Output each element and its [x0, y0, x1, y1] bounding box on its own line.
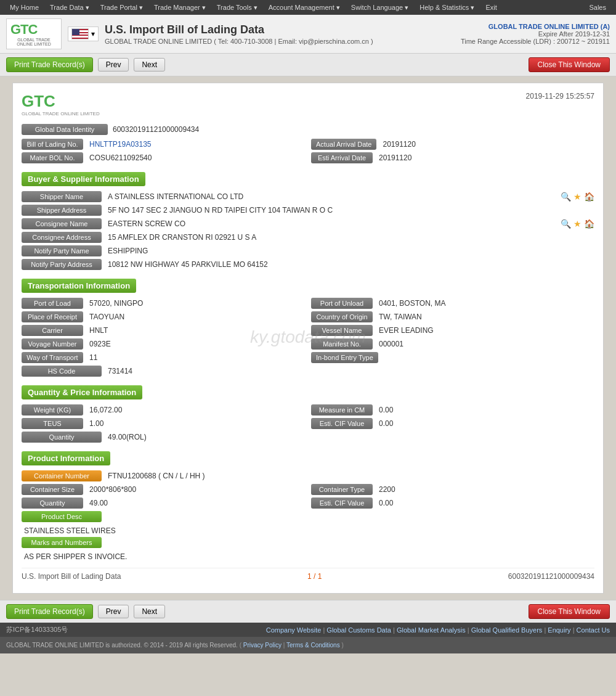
- footer-enquiry[interactable]: Enquiry: [548, 626, 570, 634]
- esti-arrival-field: Esti Arrival Date 20191120: [311, 152, 594, 163]
- esti-arrival-label: Esti Arrival Date: [311, 152, 373, 163]
- header-bar: GTC GLOBAL TRADE ONLINE LIMITED ▾ U.S. I…: [0, 15, 616, 54]
- place-of-receipt-label: Place of Receipt: [22, 311, 83, 322]
- notify-party-name-value: ESHIPPING: [105, 245, 594, 256]
- global-data-identity-row: Global Data Identity 6003201911210000094…: [22, 124, 594, 135]
- footer-links-area: Company Website | Global Customs Data | …: [266, 626, 610, 634]
- container-type-value: 2200: [376, 484, 594, 495]
- port-row: Port of Load 57020, NINGPO Port of Unloa…: [22, 298, 594, 309]
- port-of-load-value: 57020, NINGPO: [87, 298, 305, 309]
- nav-switch-language[interactable]: Switch Language ▾: [346, 2, 413, 14]
- quantity2-label: Quantity: [22, 497, 83, 509]
- footer-global-customs[interactable]: Global Customs Data: [326, 626, 391, 634]
- port-of-unload-value: 0401, BOSTON, MA: [376, 298, 594, 309]
- nav-trade-manager[interactable]: Trade Manager ▾: [149, 2, 211, 14]
- nav-trade-data[interactable]: Trade Data ▾: [45, 2, 94, 14]
- notify-party-name-label: Notify Party Name: [22, 245, 102, 256]
- nav-exit[interactable]: Exit: [480, 2, 501, 14]
- consignee-icons: 🔍 ★ 🏠: [561, 219, 594, 229]
- global-data-identity-value: 600320191121000009434: [108, 124, 204, 135]
- terms-conditions-link[interactable]: Terms & Conditions: [286, 642, 340, 649]
- bol-no-value[interactable]: HNLTTP19A03135: [87, 139, 305, 150]
- privacy-policy-link[interactable]: Privacy Policy: [243, 642, 282, 649]
- product-desc-label: Product Desc: [22, 511, 102, 522]
- consignee-address-row: Consignee Address 15 AMFLEX DR CRANSTON …: [22, 232, 594, 243]
- prev-button-bottom[interactable]: Prev: [98, 605, 129, 618]
- notify-party-address-row: Notify Party Address 10812 NW HIGHWAY 45…: [22, 259, 594, 270]
- weight-value: 16,072.00: [87, 404, 305, 416]
- marks-numbers-value: AS PER SHIPPER S INVOICE.: [22, 551, 594, 563]
- container-size-value: 2000*806*800: [87, 484, 305, 495]
- header-subtitle: GLOBAL TRADE ONLINE LIMITED ( Tel: 400-7…: [105, 38, 373, 45]
- voyage-manifest-row: Voyage Number 0923E Manifest No. 000001: [22, 338, 594, 350]
- print-button-top[interactable]: Print Trade Record(s): [6, 57, 93, 72]
- voyage-number-label: Voyage Number: [22, 338, 83, 350]
- close-button-top[interactable]: Close This Window: [529, 57, 610, 72]
- consignee-name-value: EASTERN SCREW CO: [105, 218, 552, 229]
- measure-field: Measure in CM 0.00: [311, 404, 594, 416]
- footer-global-market[interactable]: Global Market Analysis: [397, 626, 466, 634]
- consignee-home-icon[interactable]: 🏠: [584, 219, 594, 229]
- way-of-transport-value: 11: [87, 352, 305, 363]
- top-navigation: My Home Trade Data ▾ Trade Portal ▾ Trad…: [0, 0, 616, 15]
- country-of-origin-label: Country of Origin: [311, 311, 373, 322]
- teus-label: TEUS: [22, 418, 83, 429]
- bottom-footer: GLOBAL TRADE ONLINE LIMITED is authorize…: [0, 637, 616, 653]
- shipper-icons: 🔍 ★ 🏠: [561, 192, 594, 202]
- expire-info: Expire After 2019-12-31: [461, 30, 610, 38]
- shipper-search-icon[interactable]: 🔍: [561, 192, 571, 202]
- manifest-no-field: Manifest No. 000001: [311, 338, 594, 350]
- global-data-identity-label: Global Data Identity: [22, 124, 108, 135]
- panel-logo-text: GTC: [22, 92, 100, 111]
- container-type-label: Container Type: [311, 484, 373, 495]
- quantity-row: Quantity 49.00(ROL): [22, 432, 594, 443]
- next-button-bottom[interactable]: Next: [134, 605, 165, 618]
- notify-party-name-row: Notify Party Name ESHIPPING: [22, 245, 594, 256]
- next-button-top[interactable]: Next: [134, 58, 165, 72]
- country-of-origin-value: TW, TAIWAN: [376, 311, 594, 322]
- nav-items: My Home Trade Data ▾ Trade Portal ▾ Trad…: [5, 2, 502, 14]
- buyer-supplier-header: Buyer & Supplier Information: [22, 172, 145, 186]
- print-button-bottom[interactable]: Print Trade Record(s): [6, 604, 93, 619]
- way-of-transport-label: Way of Transport: [22, 352, 83, 363]
- carrier-label: Carrier: [22, 325, 83, 336]
- nav-trade-portal[interactable]: Trade Portal ▾: [95, 2, 148, 14]
- us-flag-icon: [71, 28, 89, 39]
- consignee-search-icon[interactable]: 🔍: [561, 219, 571, 229]
- consignee-star-icon[interactable]: ★: [573, 219, 582, 229]
- voyage-number-field: Voyage Number 0923E: [22, 338, 305, 350]
- weight-measure-row: Weight (KG) 16,072.00 Measure in CM 0.00: [22, 404, 594, 416]
- consignee-name-label: Consignee Name: [22, 218, 102, 229]
- port-of-unload-field: Port of Unload 0401, BOSTON, MA: [311, 298, 594, 309]
- shipper-star-icon[interactable]: ★: [573, 192, 582, 202]
- quantity-value: 49.00(ROL): [105, 432, 594, 443]
- logo: GTC GLOBAL TRADE ONLINE LIMITED: [6, 18, 62, 49]
- transportation-fields: ky.gtodata.com Port of Load 57020, NINGP…: [22, 298, 594, 377]
- icp-number: 苏ICP备14033305号: [6, 625, 68, 634]
- nav-my-home[interactable]: My Home: [5, 2, 44, 14]
- place-origin-row: Place of Receipt TAOYUAN Country of Orig…: [22, 311, 594, 322]
- footer-company-website[interactable]: Company Website: [266, 626, 322, 634]
- logo-subtitle: GLOBAL TRADE ONLINE LIMITED: [10, 38, 57, 46]
- notify-party-address-value: 10812 NW HIGHWAY 45 PARKVILLE MO 64152: [105, 259, 594, 270]
- country-of-origin-field: Country of Origin TW, TAIWAN: [311, 311, 594, 322]
- esti-cif-field: Esti. CIF Value 0.00: [311, 418, 594, 429]
- footer-qualified-buyers[interactable]: Global Qualified Buyers: [471, 626, 543, 634]
- container-size-type-row: Container Size 2000*806*800 Container Ty…: [22, 484, 594, 495]
- transport-inbond-row: Way of Transport 11 In-bond Entry Type: [22, 352, 594, 363]
- record-panel: GTC GLOBAL TRADE ONLINE LIMITED 2019-11-…: [12, 83, 604, 594]
- carrier-vessel-row: Carrier HNLT Vessel Name EVER LEADING: [22, 325, 594, 336]
- nav-account-management[interactable]: Account Management ▾: [264, 2, 345, 14]
- shipper-home-icon[interactable]: 🏠: [584, 192, 594, 202]
- nav-trade-tools[interactable]: Trade Tools ▾: [212, 2, 262, 14]
- nav-sales[interactable]: Sales: [584, 2, 611, 13]
- panel-logo-sub: GLOBAL TRADE ONLINE LIMITED: [22, 111, 100, 117]
- footer-contact-us[interactable]: Contact Us: [577, 626, 610, 634]
- quantity-label: Quantity: [22, 432, 102, 443]
- nav-help-statistics[interactable]: Help & Statistics ▾: [415, 2, 479, 14]
- carrier-value: HNLT: [87, 325, 305, 336]
- prev-button-top[interactable]: Prev: [98, 58, 129, 72]
- consignee-address-label: Consignee Address: [22, 232, 102, 243]
- flag-selector[interactable]: ▾: [68, 27, 99, 41]
- close-button-bottom[interactable]: Close This Window: [529, 604, 610, 619]
